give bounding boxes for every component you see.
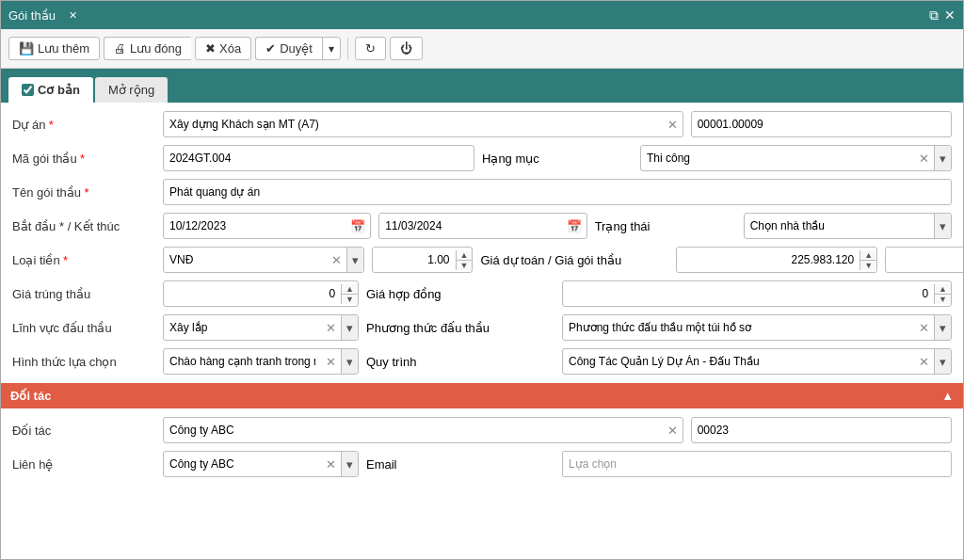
doi-tac-code-input[interactable]: [692, 422, 951, 439]
gia-hop-dong-up[interactable]: ▲: [935, 284, 951, 294]
gia-du-toan-up1[interactable]: ▲: [860, 250, 876, 260]
quy-trinh-label-area: Quy trình: [366, 355, 554, 369]
ty-gia-down[interactable]: ▼: [457, 260, 473, 270]
tab-basic-checkbox[interactable]: [22, 84, 34, 96]
lien-he-fields: ✕ ▾ Email: [163, 451, 952, 477]
bat-dau-input[interactable]: [164, 217, 345, 234]
titlebar-controls: ⧉ ✕: [929, 8, 956, 24]
lien-he-input[interactable]: [164, 456, 321, 472]
delete-button[interactable]: ✖ Xóa: [195, 37, 251, 60]
tabs-bar: Cơ bản Mở rộng: [1, 69, 963, 103]
hinh-thuc-input[interactable]: [164, 353, 321, 370]
row-du-an: Dự án * ✕: [12, 110, 952, 138]
ma-goi-thau-wrap: [163, 145, 474, 171]
lien-he-wrap: ✕ ▾: [163, 451, 359, 477]
hang-muc-label-area: Hạng mục: [482, 145, 633, 171]
ten-goi-thau-label: Tên gói thầu *: [12, 185, 163, 200]
doi-tac-wrap: ✕: [163, 417, 683, 443]
linh-vuc-dropdown-icon[interactable]: ▾: [341, 315, 358, 340]
email-input[interactable]: [563, 456, 951, 472]
hang-muc-clear-icon[interactable]: ✕: [914, 152, 934, 166]
du-an-code-input[interactable]: [692, 116, 951, 133]
hang-muc-dropdown-icon[interactable]: ▾: [934, 146, 951, 170]
linh-vuc-fields: ✕ ▾ Phương thức đấu thầu ✕ ▾: [163, 314, 952, 341]
ma-goi-thau-label: Mã gói thầu *: [12, 152, 163, 166]
gia-du-toan-input2[interactable]: [886, 251, 963, 268]
lien-he-label: Liên hệ: [12, 457, 163, 472]
quy-trinh-wrap: ✕ ▾: [562, 348, 952, 375]
row-doi-tac: Đối tác ✕: [12, 416, 952, 444]
refresh-button[interactable]: ↻: [355, 37, 386, 60]
linh-vuc-wrap: ✕ ▾: [163, 314, 359, 341]
linh-vuc-input[interactable]: [164, 319, 321, 336]
du-an-fields: ✕: [163, 111, 952, 137]
ket-thuc-input[interactable]: [379, 217, 561, 234]
gia-trung-thau-down[interactable]: ▼: [342, 294, 358, 304]
doi-tac-clear-icon[interactable]: ✕: [663, 424, 683, 438]
gia-hop-dong-label-area: Giá hợp đồng: [366, 287, 554, 301]
lien-he-clear-icon[interactable]: ✕: [321, 457, 341, 472]
approve-dropdown-button[interactable]: ▾: [322, 37, 341, 60]
ma-goi-thau-fields: Hạng mục ✕ ▾: [163, 145, 952, 171]
loai-tien-clear-icon[interactable]: ✕: [327, 253, 346, 267]
tab-basic[interactable]: Cơ bản: [8, 77, 93, 103]
phuong-thuc-dropdown-icon[interactable]: ▾: [934, 315, 951, 340]
hinh-thuc-clear-icon[interactable]: ✕: [321, 355, 341, 369]
gia-du-toan-input1[interactable]: [677, 251, 860, 268]
du-an-clear-icon[interactable]: ✕: [663, 118, 683, 132]
doi-tac-input[interactable]: [164, 422, 663, 439]
row-gia-trung-thau: Giá trúng thầu ▲ ▼ Giá hợp đồng ▲: [12, 280, 952, 308]
gia-hop-dong-down[interactable]: ▼: [935, 294, 951, 304]
power-button[interactable]: ⏻: [390, 37, 423, 60]
row-loai-tien: Loại tiền * ✕ ▾ ▲ ▼ Giá dự toán / Giá gó…: [12, 246, 952, 274]
hang-muc-input[interactable]: [641, 150, 914, 167]
gia-trung-thau-up[interactable]: ▲: [342, 284, 358, 294]
approve-icon: ✔: [265, 41, 276, 56]
ty-gia-wrap: ▲ ▼: [372, 247, 474, 273]
phuong-thuc-input[interactable]: [563, 319, 914, 336]
trang-thai-input[interactable]: [745, 217, 934, 234]
loai-tien-wrap: ✕ ▾: [163, 247, 364, 273]
gia-du-toan-down1[interactable]: ▼: [860, 260, 876, 270]
trang-thai-wrap: ▾: [744, 213, 952, 239]
lien-he-dropdown-icon[interactable]: ▾: [341, 452, 358, 476]
ma-goi-thau-input[interactable]: [164, 150, 474, 167]
hinh-thuc-dropdown-icon[interactable]: ▾: [341, 349, 358, 374]
loai-tien-input[interactable]: [164, 251, 327, 268]
dates-fields: 📅 📅 Trạng thái ▾: [163, 213, 952, 239]
tab-close-icon[interactable]: ✕: [69, 9, 77, 22]
save-close-group: 🖨 Lưu đóng: [104, 37, 191, 60]
restore-button[interactable]: ⧉: [929, 8, 939, 24]
email-wrap: [562, 451, 952, 477]
save-close-button[interactable]: 🖨 Lưu đóng: [104, 37, 191, 60]
gia-du-toan-label-area: Giá dự toán / Giá gói thầu: [480, 253, 668, 267]
loai-tien-dropdown-icon[interactable]: ▾: [346, 248, 363, 272]
gia-trung-thau-input[interactable]: [164, 285, 341, 302]
save-add-button[interactable]: 💾 Lưu thêm: [8, 37, 100, 60]
close-window-button[interactable]: ✕: [944, 8, 956, 24]
linh-vuc-label: Lĩnh vực đấu thầu: [12, 321, 163, 335]
quy-trinh-input[interactable]: [563, 353, 914, 370]
ket-thuc-calendar-icon[interactable]: 📅: [562, 219, 586, 233]
row-lien-he: Liên hệ ✕ ▾ Email: [12, 450, 952, 478]
delete-icon: ✖: [205, 41, 216, 56]
ten-goi-thau-input[interactable]: [164, 184, 951, 200]
loai-tien-label: Loại tiền *: [12, 253, 163, 267]
trang-thai-dropdown-icon[interactable]: ▾: [934, 214, 951, 238]
gia-hop-dong-input[interactable]: [563, 285, 934, 302]
quy-trinh-dropdown-icon[interactable]: ▾: [934, 349, 951, 374]
doi-tac-code-wrap: [691, 417, 952, 443]
linh-vuc-clear-icon[interactable]: ✕: [321, 321, 341, 335]
phuong-thuc-clear-icon[interactable]: ✕: [914, 321, 934, 335]
gia-trung-thau-fields: ▲ ▼ Giá hợp đồng ▲ ▼: [163, 280, 952, 307]
doi-tac-toggle-icon[interactable]: ▲: [941, 389, 954, 403]
quy-trinh-clear-icon[interactable]: ✕: [914, 355, 934, 369]
gia-trung-thau-spin: ▲ ▼: [341, 284, 358, 304]
gia-hop-dong-spin: ▲ ▼: [934, 284, 951, 304]
ty-gia-input[interactable]: [373, 251, 456, 268]
bat-dau-calendar-icon[interactable]: 📅: [345, 219, 370, 233]
approve-button[interactable]: ✔ Duyệt: [255, 37, 322, 60]
tab-extended[interactable]: Mở rộng: [95, 77, 168, 103]
du-an-input[interactable]: [164, 116, 663, 133]
ty-gia-up[interactable]: ▲: [457, 250, 473, 260]
